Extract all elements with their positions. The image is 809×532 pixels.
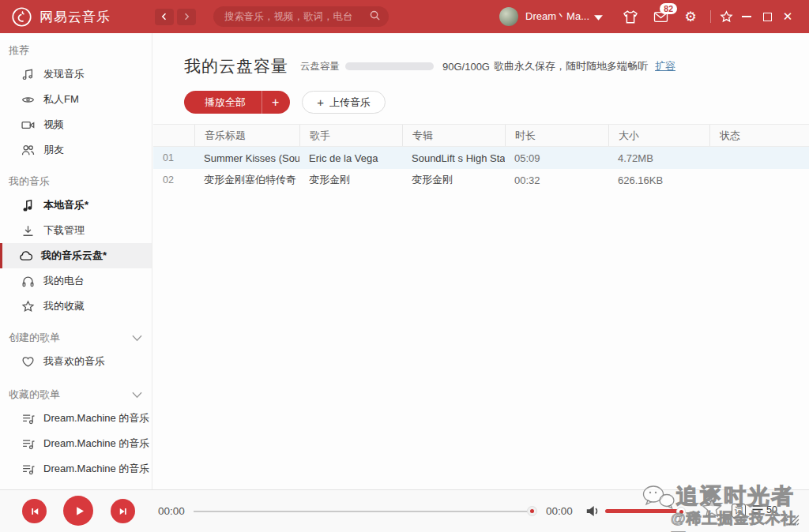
column-title[interactable]: 音乐标题 xyxy=(194,125,299,146)
song-album[interactable]: SoundLift s High State xyxy=(402,147,505,169)
seek-bar[interactable] xyxy=(194,511,532,512)
titlebar-right: Dream丶Ma... 82 ⚙ xyxy=(499,7,809,26)
sidebar-item-friends[interactable]: 朋友 xyxy=(0,137,152,163)
user-dropdown-icon[interactable] xyxy=(594,9,603,24)
minimize-button[interactable] xyxy=(736,16,757,17)
song-duration: 00:32 xyxy=(505,169,608,191)
play-all-button[interactable]: 播放全部 + xyxy=(184,91,290,114)
music-note-icon xyxy=(21,199,35,212)
total-time: 00:00 xyxy=(546,505,573,517)
sidebar: 推荐 发现音乐 私人FM 视频 xyxy=(0,33,152,489)
search-box[interactable] xyxy=(213,6,389,27)
avatar[interactable] xyxy=(499,7,518,26)
mini-mode-star-icon[interactable] xyxy=(716,10,736,24)
playlist-icon xyxy=(21,437,35,451)
search-input[interactable] xyxy=(224,11,369,22)
capacity-description: 歌曲永久保存，随时随地多端畅听 xyxy=(494,59,648,73)
lyrics-button[interactable]: 词 xyxy=(732,504,746,518)
song-title[interactable]: 变形金刚塞伯特传奇 xyxy=(194,169,299,191)
cloud-disk-header: 我的云盘容量 云盘容量 90G/100G 歌曲永久保存，随时随地多端畅听 扩容 xyxy=(153,33,809,77)
star-outline-icon xyxy=(21,300,35,313)
app-title: 网易云音乐 xyxy=(40,8,111,26)
volume-bar[interactable] xyxy=(605,509,682,513)
song-status xyxy=(709,147,809,169)
volume-handle[interactable] xyxy=(676,507,686,516)
sidebar-item-playlist-3[interactable]: Dream.Machine 的音乐 xyxy=(0,456,152,481)
gear-icon[interactable]: ⚙ xyxy=(675,9,706,25)
table-row[interactable]: 01 Summer Kisses (Sound Eric de la Vega … xyxy=(153,147,809,169)
song-title[interactable]: Summer Kisses (Sound xyxy=(194,147,299,169)
expand-capacity-link[interactable]: 扩容 xyxy=(655,59,675,73)
netease-music-window: 网易云音乐 Dream丶Ma... xyxy=(0,0,809,532)
titlebar: 网易云音乐 Dream丶Ma... xyxy=(0,0,809,33)
song-status xyxy=(709,169,809,191)
back-button[interactable] xyxy=(155,9,174,25)
sidebar-item-local-music[interactable]: 本地音乐* xyxy=(0,193,152,218)
sidebar-item-discover[interactable]: 发现音乐 xyxy=(0,62,152,87)
netease-logo-icon xyxy=(11,6,32,28)
playlist-panel-button[interactable]: 50 xyxy=(751,504,777,515)
volume-icon[interactable] xyxy=(585,504,600,521)
chevron-down-icon[interactable] xyxy=(132,332,142,344)
logo-area: 网易云音乐 xyxy=(0,6,152,28)
sidebar-item-downloads[interactable]: 下载管理 xyxy=(0,218,152,243)
seek-handle[interactable] xyxy=(527,506,537,516)
column-album[interactable]: 专辑 xyxy=(402,125,505,146)
titlebar-divider xyxy=(710,10,711,23)
video-camera-icon xyxy=(21,118,35,132)
mail-icon[interactable]: 82 xyxy=(645,10,675,23)
chevron-down-icon[interactable] xyxy=(132,389,142,401)
maximize-button[interactable] xyxy=(757,13,777,21)
next-track-button[interactable] xyxy=(111,499,135,523)
capacity-progress-bar xyxy=(345,62,434,70)
sidebar-item-playlist-2[interactable]: Dream.Machine 的音乐 xyxy=(0,431,152,456)
section-header-my-music: 我的音乐 xyxy=(0,170,152,193)
fm-icon xyxy=(21,93,35,107)
sidebar-item-music-cloud-disk[interactable]: 我的音乐云盘* xyxy=(0,243,152,268)
elapsed-time: 00:00 xyxy=(158,505,185,517)
toolbar: 播放全部 + + 上传音乐 xyxy=(184,91,809,114)
plus-icon: + xyxy=(317,96,324,109)
close-button[interactable]: ✕ xyxy=(777,9,798,24)
sidebar-item-liked-music[interactable]: 我喜欢的音乐 xyxy=(0,349,152,374)
section-header-recommend: 推荐 xyxy=(0,39,152,62)
theme-skin-icon[interactable] xyxy=(615,10,645,24)
song-artist[interactable]: Eric de la Vega xyxy=(299,147,402,169)
song-size: 4.72MB xyxy=(608,147,709,169)
table-row[interactable]: 02 变形金刚塞伯特传奇 变形金刚 变形金刚 00:32 626.16KB xyxy=(153,169,809,191)
previous-track-button[interactable] xyxy=(22,499,47,523)
playlist-icon xyxy=(21,463,35,476)
column-status[interactable]: 状态 xyxy=(709,125,809,146)
cloud-icon xyxy=(19,249,32,263)
sidebar-item-video[interactable]: 视频 xyxy=(0,112,152,137)
column-artist[interactable]: 歌手 xyxy=(299,125,402,146)
song-size: 626.16KB xyxy=(608,169,709,191)
column-duration[interactable]: 时长 xyxy=(505,125,608,146)
page-title: 我的云盘容量 xyxy=(184,55,288,77)
search-icon[interactable] xyxy=(369,9,381,24)
main-content: 我的云盘容量 云盘容量 90G/100G 歌曲永久保存，随时随地多端畅听 扩容 … xyxy=(153,33,809,489)
capacity-usage-text: 90G/100G xyxy=(442,61,490,73)
upload-music-button[interactable]: + 上传音乐 xyxy=(302,91,386,114)
column-index xyxy=(153,125,194,146)
sidebar-item-my-radio[interactable]: 我的电台 xyxy=(0,268,152,294)
playlist-icon xyxy=(21,412,35,425)
song-duration: 05:09 xyxy=(505,147,608,169)
song-album[interactable]: 变形金刚 xyxy=(402,169,505,191)
play-button[interactable] xyxy=(63,496,93,526)
sidebar-item-my-collection[interactable]: 我的收藏 xyxy=(0,294,152,319)
heart-icon xyxy=(21,355,35,369)
player-bar: 00:00 00:00 词 50 xyxy=(0,489,809,532)
column-size[interactable]: 大小 xyxy=(608,125,709,146)
song-artist[interactable]: 变形金刚 xyxy=(299,169,402,191)
sidebar-item-personal-fm[interactable]: 私人FM xyxy=(0,87,152,112)
user-name[interactable]: Dream丶Ma... xyxy=(525,9,589,24)
download-icon xyxy=(21,224,35,238)
sidebar-item-playlist-1[interactable]: Dream.Machine 的音乐 xyxy=(0,406,152,431)
section-header-collected-playlists[interactable]: 收藏的歌单 xyxy=(0,384,152,406)
forward-button[interactable] xyxy=(177,9,196,25)
section-header-created-playlists[interactable]: 创建的歌单 xyxy=(0,327,152,349)
add-all-to-playlist-icon[interactable]: + xyxy=(262,91,290,114)
friends-icon xyxy=(21,144,35,157)
headphones-icon xyxy=(21,275,35,288)
